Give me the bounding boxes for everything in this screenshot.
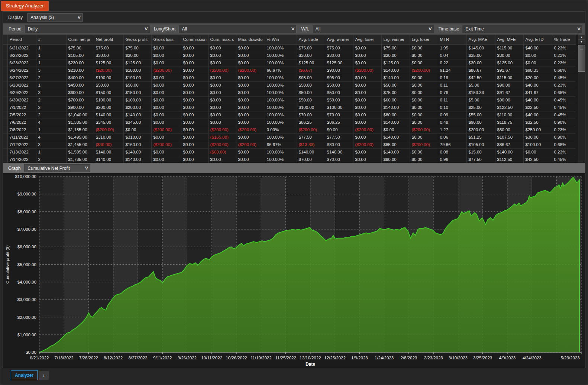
column-header[interactable]: Commission — [181, 35, 208, 44]
tab-analyzer-label: Analyzer — [15, 373, 33, 378]
filter-bar: Period Daily ˅ Long/Short All ˅ W/L All … — [3, 23, 585, 35]
period-dropdown[interactable]: Daily ˅ — [25, 25, 150, 33]
row-gutter[interactable] — [3, 67, 7, 74]
column-header[interactable]: Max. drawdo — [236, 35, 265, 44]
row-gutter[interactable] — [3, 59, 7, 67]
column-header[interactable]: Gross loss — [151, 35, 181, 44]
table-row[interactable]: 6/21/20221$75.00$75.00$75.00$0.00$0.00$0… — [3, 44, 576, 52]
column-header[interactable]: Avg. MFE — [495, 35, 523, 44]
row-gutter[interactable] — [3, 133, 7, 141]
row-gutter[interactable] — [3, 119, 7, 126]
table-cell: $30.00 — [381, 52, 410, 59]
row-gutter[interactable] — [3, 156, 7, 163]
scroll-down-icon[interactable]: ▼ — [578, 39, 585, 44]
table-cell: $80.00 — [325, 141, 353, 148]
table-row[interactable]: 6/24/20223$210.00($20.00)$180.00($200.00… — [3, 67, 576, 74]
x-tick-label: 9/11/2022 — [153, 356, 172, 360]
table-row[interactable]: 7/8/20221$1,185.00($200.00)$0.00($200.00… — [3, 126, 576, 133]
table-row[interactable]: 6/29/20223$600.00$150.00$150.00$0.00$0.0… — [3, 89, 576, 96]
column-header[interactable]: % Trade — [552, 35, 576, 44]
table-cell: $140.00 — [381, 133, 410, 141]
column-header[interactable]: Avg. MAE — [466, 35, 495, 44]
table-row[interactable]: 7/14/20222$1,735.00$140.00$140.00$0.00$0… — [3, 156, 576, 163]
tab-analyzer[interactable]: Analyzer — [11, 370, 38, 380]
row-gutter[interactable] — [3, 74, 7, 81]
x-tick-label: 1/9/2023 — [351, 356, 368, 360]
display-dropdown[interactable]: Analysis ($) ˅ — [27, 13, 83, 22]
column-header[interactable]: Avg. winner — [325, 35, 353, 44]
row-gutter[interactable] — [3, 44, 7, 52]
row-gutter-header[interactable] — [3, 35, 7, 44]
row-gutter[interactable] — [3, 111, 7, 119]
table-row[interactable]: 6/23/20221$230.00$125.00$125.00$0.00$0.0… — [3, 59, 576, 67]
y-tick-label: $4,000.00 — [17, 280, 36, 284]
column-header[interactable]: Avg. loser — [353, 35, 381, 44]
row-gutter[interactable] — [3, 81, 7, 89]
table-cell: $77.50 — [466, 156, 495, 163]
long-short-dropdown[interactable]: All ˅ — [178, 25, 297, 33]
table-cell: 6/27/2022 — [7, 74, 36, 81]
column-header[interactable]: Avg. trade — [297, 35, 325, 44]
table-cell: $140.00 — [94, 148, 123, 156]
table-cell: $75.00 — [94, 44, 123, 52]
table-cell: ($6.67) — [297, 67, 325, 74]
row-gutter[interactable] — [3, 141, 7, 148]
column-header[interactable]: Cum. max. c — [208, 35, 236, 44]
table-cell: $0.00 — [410, 111, 438, 119]
table-cell: $125.00 — [381, 59, 410, 67]
chevron-down-icon: ˅ — [78, 14, 81, 21]
table-row[interactable]: 7/5/20222$1,040.00$140.00$140.00$0.00$0.… — [3, 111, 576, 119]
table-row[interactable]: 7/13/20221$1,595.00$140.00$140.00$0.00$0… — [3, 148, 576, 156]
table-cell: $115.00 — [495, 44, 523, 52]
column-header[interactable]: Net profit — [94, 35, 123, 44]
row-gutter[interactable] — [3, 126, 7, 133]
table-cell: 7/11/2022 — [7, 133, 36, 141]
row-gutter[interactable] — [3, 104, 7, 111]
table-row[interactable]: 7/1/20222$900.00$200.00$200.00$0.00$0.00… — [3, 104, 576, 111]
table-cell: $0.00 — [325, 126, 353, 133]
column-header[interactable]: # — [36, 35, 66, 44]
column-header[interactable]: MTR — [438, 35, 466, 44]
table-cell: ($200.00) — [410, 141, 438, 148]
column-header[interactable]: Period — [7, 35, 36, 44]
table-cell: $0.00 — [353, 156, 381, 163]
time-base-dropdown[interactable]: Exit Time ˅ — [462, 25, 583, 33]
graph-dropdown[interactable]: Cumulative Net Profit ˅ — [24, 164, 90, 172]
table-row[interactable]: 6/27/20222$400.00$190.00$190.00$0.00$0.0… — [3, 74, 576, 81]
table-cell: 0.23% — [552, 126, 576, 133]
table-scrollbar[interactable]: ▲ ▼ — [578, 35, 585, 163]
scroll-up-icon[interactable]: ▲ — [578, 35, 585, 39]
table-row[interactable]: 6/28/20221$450.00$50.00$50.00$0.00$0.00$… — [3, 81, 576, 89]
table-row[interactable]: 7/6/20224$1,385.00$345.00$345.00$0.00$0.… — [3, 119, 576, 126]
table-cell: $0.00 — [410, 104, 438, 111]
row-gutter[interactable] — [3, 52, 7, 59]
table-cell: $0.00 — [236, 74, 265, 81]
x-tick-label: 4/9/2023 — [499, 356, 516, 360]
column-header[interactable]: Lrg. loser — [410, 35, 438, 44]
table-cell: 0.76 — [438, 89, 466, 96]
table-row[interactable]: 7/12/20223$1,455.00($40.00)$160.00($200.… — [3, 141, 576, 148]
window-title-tab[interactable]: Strategy Analyzer — [1, 1, 49, 11]
cumulative-profit-chart[interactable]: $0.00$1,000.00$2,000.00$3,000.00$4,000.0… — [3, 173, 585, 368]
scrollbar-thumb[interactable] — [578, 45, 585, 72]
column-header[interactable]: Gross profit — [123, 35, 151, 44]
table-cell: 100.00% — [265, 104, 297, 111]
column-header[interactable]: Lrg. winner — [381, 35, 410, 44]
wl-dropdown[interactable]: All ˅ — [312, 25, 434, 33]
row-gutter[interactable] — [3, 89, 7, 96]
column-header[interactable]: Avg. ETD — [523, 35, 552, 44]
table-cell: $0.00 — [208, 59, 236, 67]
add-tab-button[interactable]: + — [39, 371, 49, 380]
table-row[interactable]: 7/11/20224$1,495.00$310.00$310.00$0.00$0… — [3, 133, 576, 141]
row-gutter[interactable] — [3, 96, 7, 104]
table-row[interactable]: 6/22/20221$105.00$30.00$30.00$0.00$0.00$… — [3, 52, 576, 59]
display-row: Display Analysis ($) ˅ — [3, 12, 585, 23]
column-header[interactable]: % Win — [265, 35, 297, 44]
column-header[interactable]: Cum. net pr — [66, 35, 94, 44]
table-row[interactable]: 6/30/20222$700.00$100.00$100.00$0.00$0.0… — [3, 96, 576, 104]
table-cell: $140.00 — [381, 119, 410, 126]
table-cell: $0.00 — [151, 59, 181, 67]
table-cell: $75.00 — [123, 44, 151, 52]
table-cell: $40.00 — [523, 96, 552, 104]
row-gutter[interactable] — [3, 148, 7, 156]
